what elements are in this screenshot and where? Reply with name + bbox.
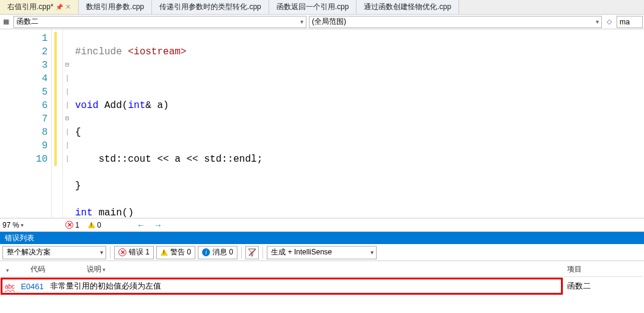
tab-file-2[interactable]: 数组引用参数.cpp xyxy=(79,0,152,14)
zoom-level[interactable]: 97 %▾ xyxy=(2,221,24,229)
error-count[interactable]: ✕ 1 xyxy=(65,221,79,229)
scope-value: 函数二 xyxy=(16,16,38,27)
tab-label: 函数返回一个引用.cpp xyxy=(277,2,349,12)
line-number: 8 xyxy=(0,126,48,139)
line-number: 5 xyxy=(0,85,48,99)
scope-select-namespace[interactable]: (全局范围)▾ xyxy=(309,16,602,28)
code-token: << xyxy=(186,154,198,165)
tab-label: 右值引用.cpp* xyxy=(7,2,53,12)
error-code[interactable]: E0461 xyxy=(21,282,44,291)
separator xyxy=(110,246,110,259)
error-row[interactable]: abc E0461 非常量引用的初始值必须为左值 函数二 xyxy=(1,278,643,294)
select-value: 整个解决方案 xyxy=(7,247,51,257)
tab-file-5[interactable]: 通过函数创建怪物优化.cpp xyxy=(356,0,459,14)
code-token: Add( xyxy=(98,100,128,111)
button-label: 错误 1 xyxy=(129,247,150,257)
code-token: a xyxy=(169,154,187,165)
document-tabs: 右值引用.cpp* 📌 ✕ 数组引用参数.cpp 传递引用参数时的类型转化.cp… xyxy=(0,0,644,15)
editor-status-bar: 97 %▾ ✕ 1 0 ← → xyxy=(0,218,644,232)
column-header-code[interactable]: 代码 xyxy=(27,262,82,277)
code-token: #include xyxy=(75,46,128,57)
line-number: 1 xyxy=(0,32,48,45)
chevron-down-icon: ▾ xyxy=(596,18,599,25)
warning-icon xyxy=(88,221,95,228)
line-number: 2 xyxy=(0,45,48,59)
code-token: <iostream> xyxy=(128,46,186,57)
next-issue-button[interactable]: → xyxy=(154,220,162,230)
code-token: } xyxy=(75,181,81,192)
info-icon: i xyxy=(202,248,210,256)
separator xyxy=(262,246,263,259)
solution-scope-select[interactable]: 整个解决方案▾ xyxy=(2,246,106,259)
chevron-down-icon: ▾ xyxy=(300,18,303,25)
code-token: { xyxy=(75,127,81,138)
line-number: 9 xyxy=(0,139,48,153)
code-token: void xyxy=(75,100,98,111)
fold-gutter: ⊟ │││ ⊟ │││ xyxy=(63,29,71,218)
messages-filter-button[interactable]: i 消息 0 xyxy=(198,246,237,259)
errors-filter-button[interactable]: ✕ 错误 1 xyxy=(114,246,154,259)
filter-clear-icon xyxy=(248,248,256,257)
error-list-toolbar: 整个解决方案▾ ✕ 错误 1 警告 0 i 消息 0 生成 + IntelliS… xyxy=(0,244,644,261)
fold-toggle[interactable]: ⊟ xyxy=(63,112,71,126)
column-header-desc[interactable]: 说明 xyxy=(83,262,562,277)
warning-icon xyxy=(161,249,168,256)
prev-issue-button[interactable]: ← xyxy=(137,220,145,230)
line-number-gutter: 1 2 3 4 5 6 7 8 9 10 xyxy=(0,29,52,218)
tab-file-4[interactable]: 函数返回一个引用.cpp xyxy=(269,0,357,14)
button-label: 消息 0 xyxy=(212,247,233,257)
change-marker xyxy=(52,29,63,218)
nav-bar: ▦ 函数二▾ (全局范围)▾ ◇ ma xyxy=(0,15,644,29)
chevron-down-icon: ▾ xyxy=(100,249,103,256)
header-text: 说明 xyxy=(87,265,101,273)
scope-value: ma xyxy=(620,18,630,26)
clear-filter-button[interactable] xyxy=(245,246,259,259)
pin-icon[interactable]: 📌 xyxy=(56,4,63,10)
tab-active-file[interactable]: 右值引用.cpp* 📌 ✕ xyxy=(0,0,79,14)
code-token: main() xyxy=(93,207,134,218)
project-icon: ▦ xyxy=(1,17,11,27)
select-value: 生成 + IntelliSense xyxy=(271,247,332,257)
error-icon: ✕ xyxy=(118,248,126,256)
code-token: << xyxy=(157,154,168,165)
button-label: 警告 0 xyxy=(170,247,191,257)
code-token: std::endl; xyxy=(198,154,263,165)
column-header-project[interactable]: 项目 xyxy=(563,262,643,277)
warning-count[interactable]: 0 xyxy=(88,221,101,229)
panel-title-text: 错误列表 xyxy=(5,233,34,243)
header-text: 代码 xyxy=(31,265,45,273)
tab-label: 传递引用参数时的类型转化.cpp xyxy=(159,2,261,12)
line-number: 4 xyxy=(0,72,48,85)
line-number: 3 xyxy=(0,59,48,72)
tab-file-3[interactable]: 传递引用参数时的类型转化.cpp xyxy=(152,0,269,14)
tab-label: 通过函数创建怪物优化.cpp xyxy=(364,2,451,12)
code-token: int xyxy=(75,207,93,218)
code-area[interactable]: #include <iostream> void Add(int& a) { s… xyxy=(71,29,644,218)
line-number: 7 xyxy=(0,112,48,126)
count-value: 0 xyxy=(97,221,101,229)
tab-label: 数组引用参数.cpp xyxy=(86,2,144,12)
member-icon: ◇ xyxy=(604,17,614,27)
code-editor[interactable]: 1 2 3 4 5 6 7 8 9 10 ⊟ │││ ⊟ │││ #includ… xyxy=(0,29,644,218)
fold-toggle[interactable]: ⊟ xyxy=(63,59,71,72)
code-token: & a) xyxy=(145,100,168,111)
line-number: 6 xyxy=(0,99,48,112)
header-text: 项目 xyxy=(567,265,582,273)
scope-select-project[interactable]: 函数二▾ xyxy=(13,16,306,28)
chevron-down-icon: ▾ xyxy=(371,249,374,256)
error-list-title: 错误列表 xyxy=(0,232,644,244)
intellisense-error-icon: abc xyxy=(5,283,15,290)
scope-value: (全局范围) xyxy=(312,16,346,27)
error-project: 函数二 xyxy=(567,281,591,290)
error-description: 非常量引用的初始值必须为左值 xyxy=(50,281,161,292)
close-icon[interactable]: ✕ xyxy=(65,3,71,11)
build-scope-select[interactable]: 生成 + IntelliSense▾ xyxy=(267,246,377,259)
scope-select-member[interactable]: ma xyxy=(617,16,643,28)
chevron-down-icon: ▾ xyxy=(21,222,24,228)
column-header-icon[interactable] xyxy=(1,262,26,277)
code-token: std::cout xyxy=(75,154,157,165)
line-number: 10 xyxy=(0,153,48,166)
error-icon: ✕ xyxy=(65,221,73,229)
warnings-filter-button[interactable]: 警告 0 xyxy=(156,246,195,259)
count-value: 1 xyxy=(75,221,79,229)
